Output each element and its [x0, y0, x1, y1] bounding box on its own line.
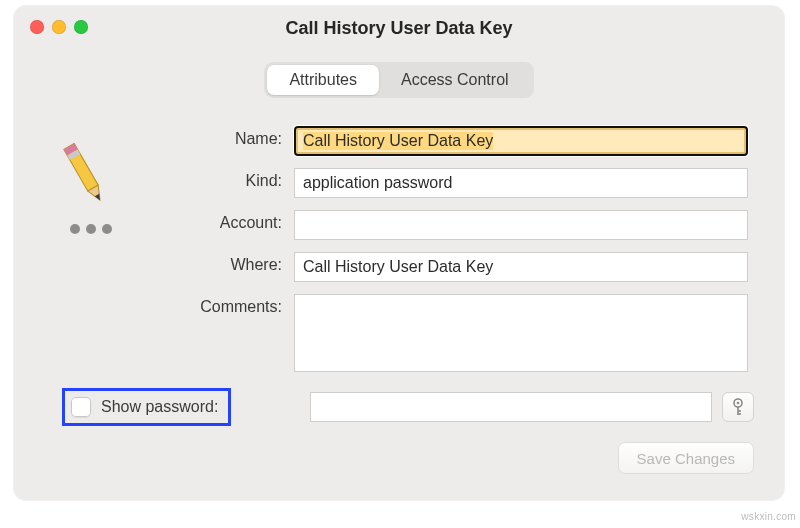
pencil-icon	[58, 138, 114, 234]
svg-point-6	[737, 402, 740, 405]
titlebar: Call History User Data Key	[14, 6, 784, 50]
account-field[interactable]	[294, 210, 748, 240]
label-name: Name:	[194, 126, 294, 148]
kind-field[interactable]	[294, 168, 748, 198]
where-field[interactable]	[294, 252, 748, 282]
window-title: Call History User Data Key	[14, 6, 784, 50]
watermark: wskxin.com	[741, 511, 796, 522]
minimize-icon[interactable]	[52, 20, 66, 34]
comments-field[interactable]	[294, 294, 748, 372]
traffic-lights	[30, 20, 88, 34]
label-where: Where:	[194, 252, 294, 274]
ellipsis-icon	[70, 224, 114, 234]
tab-attributes[interactable]: Attributes	[267, 65, 379, 95]
label-account: Account:	[194, 210, 294, 232]
tab-access-control[interactable]: Access Control	[379, 65, 531, 95]
tab-bar: Attributes Access Control	[14, 62, 784, 98]
close-icon[interactable]	[30, 20, 44, 34]
key-icon	[730, 398, 746, 416]
show-password-checkbox[interactable]	[71, 397, 91, 417]
label-show-password: Show password:	[101, 398, 218, 416]
tab-group: Attributes Access Control	[264, 62, 533, 98]
show-password-row: Show password:	[62, 388, 231, 426]
password-field[interactable]	[310, 392, 712, 422]
label-comments: Comments:	[194, 294, 294, 316]
save-changes-button[interactable]: Save Changes	[618, 442, 754, 474]
key-icon-button[interactable]	[722, 392, 754, 422]
name-field[interactable]	[294, 126, 748, 156]
attributes-form: Name: Kind: Account: Where: Comments:	[194, 126, 748, 376]
content-area: Name: Kind: Account: Where: Comments:	[14, 98, 784, 376]
zoom-icon[interactable]	[74, 20, 88, 34]
label-kind: Kind:	[194, 168, 294, 190]
window-frame: Call History User Data Key Attributes Ac…	[14, 6, 784, 500]
